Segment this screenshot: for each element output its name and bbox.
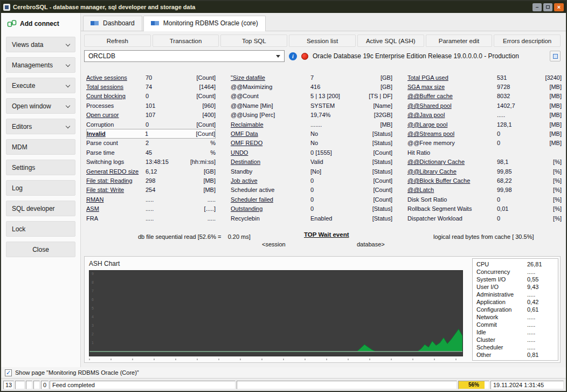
metric-unit: [MB] — [531, 121, 562, 128]
metric-value: 0 — [146, 93, 184, 99]
sidebar-item-managements[interactable]: Managements — [6, 57, 75, 73]
metric-unit: [Status] — [362, 140, 392, 146]
ash-ytick: 6 — [92, 298, 94, 302]
top-wait-event-database: logical read bytes from cache [ 30.5%] — [433, 233, 534, 240]
metric-label[interactable]: Generat REDO size — [86, 168, 146, 175]
metric-unit: [MB] — [531, 102, 562, 109]
metric-label[interactable]: Scheduler failed — [231, 196, 310, 203]
titlebar[interactable]: CerebroSQL - database manager, sql devel… — [1, 1, 566, 13]
ash-series-area — [89, 329, 462, 352]
add-connect-button[interactable]: Add connect — [6, 16, 75, 35]
legend-value: ..... — [527, 314, 554, 320]
sidebar-item-open-window[interactable]: Open window — [6, 98, 75, 114]
metric-unit: [GB] — [184, 168, 216, 175]
legend-row-application: Application0,42 — [476, 299, 554, 305]
sidebar-item-sql-developer[interactable]: SQL developer — [6, 201, 75, 216]
metric-label[interactable]: OMF REDO — [231, 140, 310, 146]
metric-value: 45 — [146, 149, 184, 156]
legend-value: ..... — [527, 329, 554, 335]
metric-label[interactable]: RMAN — [86, 196, 146, 203]
metric-label[interactable]: File stat: Write — [86, 187, 146, 193]
metric-label[interactable]: @@Shared pool — [407, 102, 497, 109]
check-icon: ✓ — [6, 370, 11, 376]
metrics-grid: Active sessions70[Count]Total sessions74… — [86, 73, 561, 223]
metric-label[interactable]: Total sessions — [86, 84, 146, 90]
metric-unit: [Count] — [362, 196, 392, 203]
metric-label[interactable]: @@Large pool — [407, 121, 497, 128]
metric-row-parse-time: Parse time45% — [86, 148, 216, 157]
metric-label[interactable]: Open cursor — [86, 112, 146, 118]
maximize-button[interactable] — [543, 3, 552, 11]
toolbar-button-session-list[interactable]: Session list — [289, 35, 356, 47]
metric-label[interactable]: @@Library Cache — [407, 168, 497, 175]
window-title: CerebroSQL - database manager, sql devel… — [13, 4, 530, 10]
tab-monitoring-rdbms-oracle-core[interactable]: Monitoring RDBMS Oracle (core) — [143, 16, 266, 31]
top-wait-event-title[interactable]: TOP Wait event — [304, 231, 349, 238]
metric-label[interactable]: ASM — [86, 205, 146, 212]
metric-label[interactable]: OMF Data — [231, 130, 310, 137]
sidebar-item-lock[interactable]: Lock — [6, 221, 75, 237]
legend-row-cpu: CPU26,81 — [476, 261, 554, 267]
panel-toggle-button[interactable] — [550, 51, 561, 61]
metric-label[interactable]: @@Buffer cache — [407, 93, 497, 99]
toolbar-button-errors-description[interactable]: Errors description — [494, 35, 561, 47]
metric-row-buffer-cache: @@Buffer cache8032[MB] — [407, 92, 562, 101]
metric-unit: [MB] — [531, 93, 562, 99]
status-cell-2 — [15, 381, 25, 389]
metric-label[interactable]: Destination — [231, 159, 310, 165]
toolbar-button-parameter-edit[interactable]: Parameter edit — [426, 35, 493, 47]
metric-value: 0 — [497, 140, 531, 146]
sidebar-item-settings[interactable]: Settings — [6, 160, 75, 175]
ash-ytick: 7 — [92, 290, 94, 293]
metric-unit: ..... — [184, 215, 216, 222]
toolbar-button-top-sql[interactable]: Top SQL — [220, 35, 287, 47]
legend-value: ..... — [527, 336, 554, 343]
metric-label[interactable]: "Size datafile — [231, 74, 310, 81]
toolbar-button-transaction[interactable]: Transaction — [153, 35, 219, 47]
metric-label[interactable]: SGA max size — [407, 84, 497, 90]
metric-unit: [TS | DF] — [362, 93, 392, 99]
show-page-checkbox[interactable]: ✓ — [5, 369, 12, 376]
metric-label[interactable]: Count blocking — [86, 93, 146, 99]
sidebar-item-editors[interactable]: Editors — [6, 119, 75, 134]
statusbar: 13 0 Feed completed 56% 19.11.2024 1:31:… — [1, 378, 566, 391]
metric-label[interactable]: Active sessions — [86, 74, 146, 81]
metric-label[interactable]: @@Latch — [407, 187, 497, 193]
metric-row-block-buffer-cache: @@Block Buffer Cache68,22[%] — [407, 176, 562, 185]
metric-label[interactable]: Invalid — [87, 130, 145, 137]
metric-label[interactable]: @@Java pool — [407, 112, 497, 118]
metric-label[interactable]: @@Block Buffer Cache — [407, 177, 497, 184]
sidebar-item-mdm[interactable]: MDM — [6, 139, 75, 155]
metric-label[interactable]: @@Dictionary Cache — [407, 159, 497, 165]
close-button[interactable]: × — [554, 3, 564, 11]
metric-label[interactable]: Outstanding — [231, 205, 310, 212]
toolbar-button-refresh[interactable]: Refresh — [84, 35, 151, 47]
metric-label: Parse time — [86, 149, 146, 156]
metric-value: 7 — [310, 74, 362, 81]
session-side-label: <session — [262, 241, 286, 247]
metric-row-file-stat-reading: File stat: Reading298[MB] — [86, 176, 216, 185]
metric-label[interactable]: File stat: Reading — [86, 177, 146, 184]
metric-label[interactable]: Total PGA used — [407, 74, 497, 81]
metric-label[interactable]: UNDO — [231, 149, 310, 156]
info-icon[interactable]: i — [289, 52, 297, 60]
metric-label[interactable]: Job active — [231, 177, 310, 184]
status-cell-3 — [26, 381, 32, 389]
sidebar-item-views-data[interactable]: Views data — [6, 37, 75, 52]
tab-dashboard[interactable]: Dashboard — [83, 16, 142, 31]
metric-label[interactable]: Reclaimable — [231, 121, 310, 128]
grid-icon — [91, 20, 99, 27]
sidebar-item-log[interactable]: Log — [6, 180, 75, 196]
metric-label[interactable]: @@Streams pool — [407, 130, 497, 137]
metric-unit: [%] — [531, 205, 562, 212]
database-select[interactable]: ORCLDB — [84, 50, 285, 62]
minimize-button[interactable]: – — [533, 3, 542, 11]
sidebar-item-execute[interactable]: Execute — [6, 78, 75, 93]
metric-label: @@Count — [231, 93, 310, 99]
metric-unit: [MB] — [184, 177, 216, 184]
legend-label: Administrative — [476, 291, 527, 298]
ash-chart-title: ASH Chart — [89, 259, 463, 270]
chevron-down-icon — [66, 82, 70, 87]
toolbar-button-active-sql-ash[interactable]: Active SQL (ASH) — [357, 35, 424, 47]
sidebar-item-close[interactable]: Close — [6, 242, 75, 257]
